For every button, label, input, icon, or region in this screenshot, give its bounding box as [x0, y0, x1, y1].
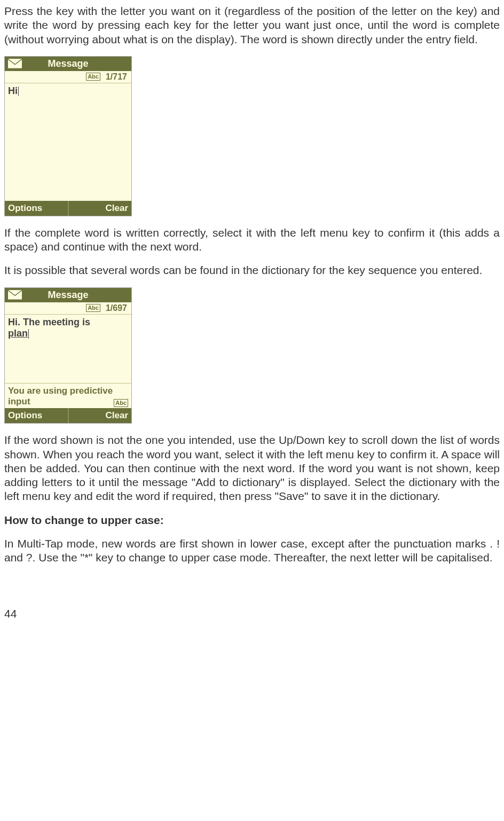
phone1-softkeys: Options Clear	[5, 201, 131, 216]
phone1-text: Hi	[8, 85, 18, 96]
abc-mode-icon: Abc	[86, 73, 100, 81]
abc-mode-icon: Abc	[114, 399, 128, 407]
paragraph-confirm: If the complete word is written correctl…	[4, 226, 500, 254]
phone2-predictive-note: You are using predictive input Abc	[5, 383, 131, 409]
phone-screenshot-1: Message Abc 1/717 Hi Options Clear	[4, 56, 132, 216]
phone1-statusbar: Abc 1/717	[5, 71, 131, 83]
mail-icon	[8, 59, 22, 68]
text-cursor-icon	[28, 329, 29, 339]
paragraph-scroll-words: If the word shown is not the one you int…	[4, 433, 500, 503]
phone-screenshot-2: Message Abc 1/697 Hi. The meeting is pla…	[4, 287, 132, 424]
paragraph-multiple-words: It is possible that several words can be…	[4, 263, 500, 277]
phone1-body: Hi	[5, 83, 131, 201]
clear-softkey[interactable]: Clear	[68, 201, 132, 216]
heading-uppercase: How to change to upper case:	[4, 513, 500, 527]
options-softkey[interactable]: Options	[5, 201, 68, 216]
phone2-title: Message	[48, 290, 88, 300]
mail-icon	[8, 290, 22, 300]
paragraph-uppercase: In Multi-Tap mode, new words are first s…	[4, 537, 500, 565]
phone2-titlebar: Message	[5, 288, 131, 302]
phone2-predictive-word: plan	[8, 328, 28, 339]
phone2-note-text: You are using predictive input	[8, 386, 114, 408]
options-softkey[interactable]: Options	[5, 408, 68, 423]
phone2-counter: 1/697	[106, 303, 127, 313]
phone2-body: Hi. The meeting is plan	[5, 315, 131, 383]
phone2-text-prefix: Hi. The meeting is	[8, 317, 90, 327]
clear-softkey[interactable]: Clear	[68, 408, 132, 423]
phone2-softkeys: Options Clear	[5, 408, 131, 423]
page-number: 44	[4, 607, 500, 620]
phone1-titlebar: Message	[5, 57, 131, 71]
phone1-counter: 1/717	[106, 72, 127, 82]
text-cursor-icon	[18, 87, 19, 96]
abc-mode-icon: Abc	[86, 304, 100, 312]
phone1-title: Message	[48, 58, 88, 69]
paragraph-intro: Press the key with the letter you want o…	[4, 4, 500, 46]
phone2-statusbar: Abc 1/697	[5, 302, 131, 315]
